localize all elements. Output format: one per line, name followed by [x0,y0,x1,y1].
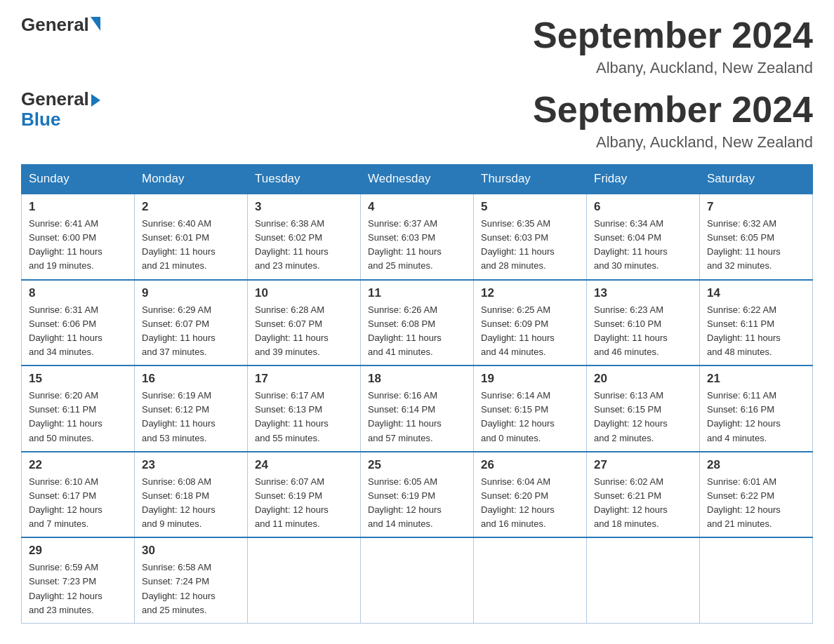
location-text: Albany, Auckland, New Zealand [533,133,813,152]
day-number: 20 [594,372,692,386]
month-year-title: September 2024 [533,14,813,56]
calendar-cell-w1-d2: 2 Sunrise: 6:40 AM Sunset: 6:01 PM Dayli… [135,194,248,280]
day-info: Sunrise: 6:37 AM Sunset: 6:03 PM Dayligh… [368,217,466,274]
day-number: 4 [368,200,466,214]
day-info: Sunrise: 6:58 AM Sunset: 7:24 PM Dayligh… [142,561,240,617]
day-number: 29 [29,544,127,558]
day-info: Sunrise: 6:14 AM Sunset: 6:15 PM Dayligh… [481,389,579,445]
day-info: Sunrise: 6:13 AM Sunset: 6:15 PM Dayligh… [594,389,692,445]
day-number: 11 [368,286,466,300]
calendar-cell-w3-d4: 18 Sunrise: 6:16 AM Sunset: 6:14 PM Dayl… [361,365,474,452]
logo-block: General Blue [21,88,100,130]
day-number: 25 [368,458,466,472]
calendar-header-row: Sunday Monday Tuesday Wednesday Thursday… [22,165,813,194]
logo-triangle-icon [91,17,100,31]
day-number: 16 [142,372,240,386]
calendar-cell-w5-d4 [361,537,474,623]
day-info: Sunrise: 6:59 AM Sunset: 7:23 PM Dayligh… [29,561,127,617]
day-info: Sunrise: 6:08 AM Sunset: 6:18 PM Dayligh… [142,475,240,532]
day-info: Sunrise: 6:04 AM Sunset: 6:20 PM Dayligh… [481,475,579,532]
header-tuesday: Tuesday [248,165,361,194]
month-title: September 2024 [533,88,813,130]
day-number: 10 [255,286,353,300]
calendar-cell-w4-d5: 26 Sunrise: 6:04 AM Sunset: 6:20 PM Dayl… [474,452,587,538]
day-info: Sunrise: 6:26 AM Sunset: 6:08 PM Dayligh… [368,303,466,360]
day-info: Sunrise: 6:28 AM Sunset: 6:07 PM Dayligh… [255,303,353,360]
title-area: September 2024 Albany, Auckland, New Zea… [533,88,813,152]
calendar-week-5: 29 Sunrise: 6:59 AM Sunset: 7:23 PM Dayl… [22,537,813,623]
day-info: Sunrise: 6:31 AM Sunset: 6:06 PM Dayligh… [29,303,127,360]
day-info: Sunrise: 6:34 AM Sunset: 6:04 PM Dayligh… [594,217,692,274]
day-info: Sunrise: 6:16 AM Sunset: 6:14 PM Dayligh… [368,389,466,445]
header-friday: Friday [587,165,700,194]
header-saturday: Saturday [700,165,813,194]
day-number: 26 [481,458,579,472]
calendar-cell-w2-d2: 9 Sunrise: 6:29 AM Sunset: 6:07 PM Dayli… [135,280,248,366]
day-number: 7 [707,200,805,214]
day-info: Sunrise: 6:01 AM Sunset: 6:22 PM Dayligh… [707,475,805,532]
day-number: 17 [255,372,353,386]
day-info: Sunrise: 6:38 AM Sunset: 6:02 PM Dayligh… [255,217,353,274]
day-number: 1 [29,200,127,214]
calendar-cell-w1-d6: 6 Sunrise: 6:34 AM Sunset: 6:04 PM Dayli… [587,194,700,280]
day-info: Sunrise: 6:19 AM Sunset: 6:12 PM Dayligh… [142,389,240,445]
day-info: Sunrise: 6:02 AM Sunset: 6:21 PM Dayligh… [594,475,692,532]
day-number: 2 [142,200,240,214]
calendar-week-4: 22 Sunrise: 6:10 AM Sunset: 6:17 PM Dayl… [22,452,813,538]
calendar-table: Sunday Monday Tuesday Wednesday Thursday… [21,164,813,624]
logo-general-label: General [21,88,89,110]
day-number: 5 [481,200,579,214]
day-number: 22 [29,458,127,472]
logo: General General [21,14,100,17]
calendar-cell-w3-d3: 17 Sunrise: 6:17 AM Sunset: 6:13 PM Dayl… [248,365,361,452]
calendar-week-3: 15 Sunrise: 6:20 AM Sunset: 6:11 PM Dayl… [22,365,813,452]
logo-blue-label: Blue [21,109,100,130]
day-number: 8 [29,286,127,300]
day-number: 6 [594,200,692,214]
calendar-cell-w4-d2: 23 Sunrise: 6:08 AM Sunset: 6:18 PM Dayl… [135,452,248,538]
calendar-cell-w1-d1: 1 Sunrise: 6:41 AM Sunset: 6:00 PM Dayli… [22,194,135,280]
calendar-cell-w1-d7: 7 Sunrise: 6:32 AM Sunset: 6:05 PM Dayli… [700,194,813,280]
calendar-cell-w5-d3 [248,537,361,623]
day-number: 24 [255,458,353,472]
calendar-cell-w1-d4: 4 Sunrise: 6:37 AM Sunset: 6:03 PM Dayli… [361,194,474,280]
header-thursday: Thursday [474,165,587,194]
calendar-cell-w1-d5: 5 Sunrise: 6:35 AM Sunset: 6:03 PM Dayli… [474,194,587,280]
header-wednesday: Wednesday [361,165,474,194]
calendar-cell-w3-d7: 21 Sunrise: 6:11 AM Sunset: 6:16 PM Dayl… [700,365,813,452]
day-info: Sunrise: 6:41 AM Sunset: 6:00 PM Dayligh… [29,217,127,274]
header-monday: Monday [135,165,248,194]
day-info: Sunrise: 6:32 AM Sunset: 6:05 PM Dayligh… [707,217,805,274]
day-number: 19 [481,372,579,386]
calendar-cell-w2-d5: 12 Sunrise: 6:25 AM Sunset: 6:09 PM Dayl… [474,280,587,366]
calendar-cell-w2-d7: 14 Sunrise: 6:22 AM Sunset: 6:11 PM Dayl… [700,280,813,366]
calendar-week-2: 8 Sunrise: 6:31 AM Sunset: 6:06 PM Dayli… [22,280,813,366]
day-number: 15 [29,372,127,386]
calendar-cell-w5-d2: 30 Sunrise: 6:58 AM Sunset: 7:24 PM Dayl… [135,537,248,623]
calendar-cell-w1-d3: 3 Sunrise: 6:38 AM Sunset: 6:02 PM Dayli… [248,194,361,280]
calendar-cell-w3-d5: 19 Sunrise: 6:14 AM Sunset: 6:15 PM Dayl… [474,365,587,452]
day-info: Sunrise: 6:05 AM Sunset: 6:19 PM Dayligh… [368,475,466,532]
calendar-cell-w2-d1: 8 Sunrise: 6:31 AM Sunset: 6:06 PM Dayli… [22,280,135,366]
calendar-cell-w4-d1: 22 Sunrise: 6:10 AM Sunset: 6:17 PM Dayl… [22,452,135,538]
day-number: 23 [142,458,240,472]
day-number: 14 [707,286,805,300]
page-header: General General September 2024 Albany, A… [21,14,813,77]
day-info: Sunrise: 6:10 AM Sunset: 6:17 PM Dayligh… [29,475,127,532]
day-number: 3 [255,200,353,214]
day-info: Sunrise: 6:22 AM Sunset: 6:11 PM Dayligh… [707,303,805,360]
day-info: Sunrise: 6:40 AM Sunset: 6:01 PM Dayligh… [142,217,240,274]
calendar-cell-w5-d1: 29 Sunrise: 6:59 AM Sunset: 7:23 PM Dayl… [22,537,135,623]
day-number: 18 [368,372,466,386]
day-info: Sunrise: 6:11 AM Sunset: 6:16 PM Dayligh… [707,389,805,445]
day-info: Sunrise: 6:07 AM Sunset: 6:19 PM Dayligh… [255,475,353,532]
day-number: 12 [481,286,579,300]
location-subtitle: Albany, Auckland, New Zealand [533,59,813,77]
calendar-cell-w5-d5 [474,537,587,623]
day-info: Sunrise: 6:17 AM Sunset: 6:13 PM Dayligh… [255,389,353,445]
calendar-cell-w3-d6: 20 Sunrise: 6:13 AM Sunset: 6:15 PM Dayl… [587,365,700,452]
calendar-cell-w3-d2: 16 Sunrise: 6:19 AM Sunset: 6:12 PM Dayl… [135,365,248,452]
calendar-cell-w4-d7: 28 Sunrise: 6:01 AM Sunset: 6:22 PM Dayl… [700,452,813,538]
day-number: 30 [142,544,240,558]
day-number: 13 [594,286,692,300]
